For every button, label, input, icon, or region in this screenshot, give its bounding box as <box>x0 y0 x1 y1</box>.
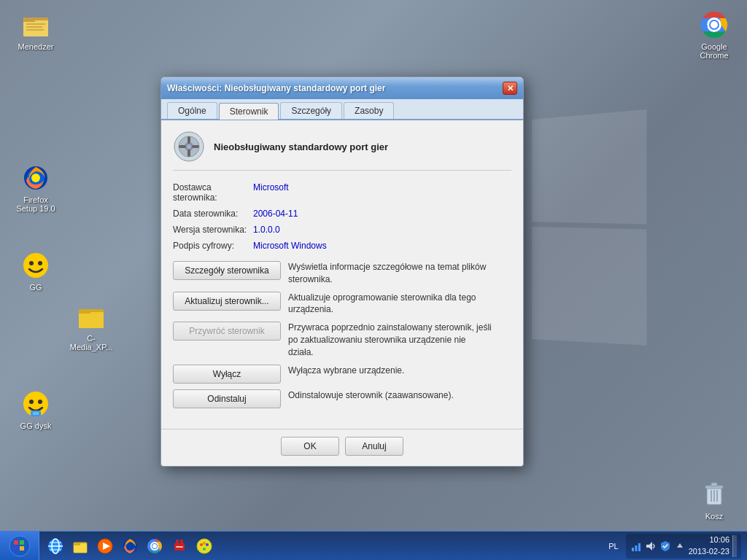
dialog-content: Nieobsługiwany standardowy port gier Dos… <box>161 120 523 429</box>
svg-rect-60 <box>180 540 183 544</box>
odinstaluj-button[interactable]: Odinstaluj <box>173 389 281 408</box>
taskbar-explorer-icon[interactable] <box>69 534 92 558</box>
driver-button-row-update: Aktualizuj sterownik... Aktualizuje opro… <box>173 292 511 316</box>
odinstaluj-description: Odinstalowuje sterownik (zaawansowane). <box>288 389 454 402</box>
svg-point-65 <box>203 548 206 551</box>
start-button[interactable] <box>0 532 39 561</box>
date-label: Data sterownika: <box>173 209 253 219</box>
driver-buttons: Szczegóły sterownika Wyświetla informacj… <box>173 261 511 408</box>
driver-button-row-uninstall: Odinstaluj Odinstalowuje sterownik (zaaw… <box>173 389 511 408</box>
aktualizuj-sterownik-button[interactable]: Aktualizuj sterownik... <box>173 292 281 311</box>
dialog-titlebar: Właściwości: Nieobsługiwany standardowy … <box>161 77 523 99</box>
taskbar-chrome-icon[interactable] <box>143 534 166 558</box>
device-header: Nieobsługiwany standardowy port gier <box>173 131 511 171</box>
svg-rect-67 <box>632 548 634 551</box>
svg-rect-42 <box>20 546 24 551</box>
svg-point-62 <box>197 539 212 553</box>
tab-sterownik[interactable]: Sterownik <box>219 103 279 120</box>
tray-security-icon[interactable] <box>659 540 671 552</box>
wylacz-description: Wyłącza wybrane urządzenie. <box>288 365 404 377</box>
taskbar-firefox-icon[interactable] <box>118 534 142 558</box>
dialog-footer: OK Anuluj <box>161 429 523 466</box>
wylacz-button[interactable]: Wyłącz <box>173 365 281 384</box>
svg-marker-70 <box>646 542 652 551</box>
properties-dialog: Właściwości: Nieobsługiwany standardowy … <box>160 77 524 467</box>
tray-volume-icon[interactable] <box>645 540 657 552</box>
taskbar-icons <box>39 534 220 558</box>
svg-marker-71 <box>677 543 683 548</box>
taskbar-art-icon[interactable] <box>193 534 216 558</box>
info-row-date: Data sterownika: 2006-04-11 <box>173 209 511 219</box>
przywroc-sterownik-button[interactable]: Przywróć sterownik <box>173 322 281 341</box>
aktualizuj-description: Aktualizuje oprogramowanie sterownika dl… <box>288 292 492 316</box>
svg-rect-68 <box>635 545 637 551</box>
dialog-close-button[interactable]: ✕ <box>503 82 517 95</box>
szczegoly-sterownika-button[interactable]: Szczegóły sterownika <box>173 261 281 280</box>
svg-rect-61 <box>176 546 183 548</box>
driver-button-row-disable: Wyłącz Wyłącza wybrane urządzenie. <box>173 365 511 384</box>
taskbar-media-icon[interactable] <box>93 534 117 558</box>
desktop: Menedzer Firefox Setup 19.0 GG <box>0 0 747 560</box>
driver-info-table: Dostawca sterownika: Microsoft Data ster… <box>173 182 511 251</box>
show-desktop-button[interactable] <box>732 535 737 557</box>
system-clock[interactable]: 10:06 2013-02-23 <box>689 534 729 557</box>
version-label: Wersja sterownika: <box>173 225 253 235</box>
signature-label: Podpis cyfrowy: <box>173 241 253 251</box>
taskbar: PL <box>0 531 747 560</box>
svg-rect-69 <box>638 543 640 551</box>
svg-point-66 <box>203 542 206 545</box>
svg-rect-40 <box>20 540 24 545</box>
ok-button[interactable]: OK <box>281 437 339 456</box>
info-row-provider: Dostawca sterownika: Microsoft <box>173 182 511 203</box>
svg-rect-59 <box>176 540 179 544</box>
taskbar-ie-icon[interactable] <box>44 534 67 558</box>
svg-rect-36 <box>192 145 199 148</box>
svg-point-64 <box>206 543 209 546</box>
tab-szczegoly[interactable]: Szczegóły <box>280 102 342 119</box>
svg-rect-41 <box>14 546 18 551</box>
driver-button-row-details: Szczegóły sterownika Wyświetla informacj… <box>173 261 511 286</box>
svg-rect-35 <box>179 145 186 148</box>
signature-value: Microsoft Windows <box>253 241 327 251</box>
device-name: Nieobsługiwany standardowy port gier <box>214 141 388 152</box>
tray-network-icon[interactable] <box>630 540 642 552</box>
svg-point-37 <box>187 144 191 149</box>
tab-zasoby[interactable]: Zasoby <box>344 102 394 119</box>
version-value: 1.0.0.0 <box>253 225 280 235</box>
date-value: 2006-04-11 <box>253 209 298 219</box>
taskbar-right: PL <box>603 534 747 559</box>
provider-label: Dostawca sterownika: <box>173 182 253 203</box>
svg-rect-33 <box>187 136 190 144</box>
tray-area: 10:06 2013-02-23 <box>626 534 741 559</box>
dialog-tabs: Ogólne Sterownik Szczegóły Zasoby <box>161 99 523 120</box>
cancel-button[interactable]: Anuluj <box>345 437 403 456</box>
provider-value: Microsoft <box>253 182 289 192</box>
clock-time: 10:06 <box>689 534 729 545</box>
tray-show-hidden-icon[interactable] <box>674 540 686 552</box>
svg-rect-39 <box>14 540 18 545</box>
driver-button-row-restore: Przywróć sterownik Przywraca poprzednio … <box>173 322 511 358</box>
svg-point-63 <box>200 543 203 546</box>
lang-indicator: PL <box>608 542 618 551</box>
svg-rect-50 <box>74 542 80 545</box>
svg-rect-34 <box>187 149 190 157</box>
dialog-overlay: Właściwości: Nieobsługiwany standardowy … <box>0 0 747 560</box>
device-icon <box>173 131 205 163</box>
przywroc-description: Przywraca poprzednio zainstalowany stero… <box>288 322 492 358</box>
clock-date: 2013-02-23 <box>689 546 729 557</box>
taskbar-tools-icon[interactable] <box>168 534 191 558</box>
svg-point-57 <box>152 544 157 548</box>
info-row-signature: Podpis cyfrowy: Microsoft Windows <box>173 241 511 251</box>
dialog-title: Właściwości: Nieobsługiwany standardowy … <box>167 83 385 93</box>
tab-ogolne[interactable]: Ogólne <box>167 102 217 119</box>
info-row-version: Wersja sterownika: 1.0.0.0 <box>173 225 511 235</box>
szczegoly-description: Wyświetla informacje szczegółowe na tema… <box>288 261 492 286</box>
